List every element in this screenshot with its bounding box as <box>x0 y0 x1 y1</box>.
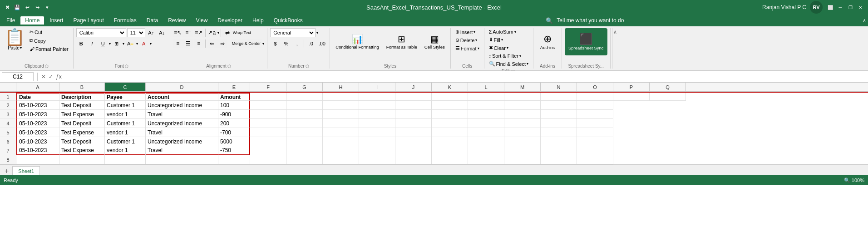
increase-font-btn[interactable]: A↑ <box>146 28 156 37</box>
menu-developer[interactable]: Developer <box>213 16 247 25</box>
cell-m3[interactable] <box>504 110 541 119</box>
cell-d5[interactable]: Travel <box>146 128 218 137</box>
cell-b2[interactable]: Test Deposit <box>59 101 105 110</box>
cell-c4[interactable]: Customer 1 <box>105 119 146 128</box>
cell-o5[interactable] <box>577 128 613 137</box>
cell-j7[interactable] <box>395 146 432 155</box>
orientation-dropdown[interactable]: ▾ <box>217 31 219 35</box>
row-num-5[interactable]: 5 <box>0 128 16 137</box>
col-header-e[interactable]: E <box>218 83 250 91</box>
border-btn[interactable]: ⊞ <box>112 39 122 48</box>
indent-decrease-btn[interactable]: ⇐ <box>207 39 217 48</box>
cell-g8[interactable] <box>286 155 323 164</box>
undo-icon[interactable]: ↩ <box>24 4 31 11</box>
cell-k2[interactable] <box>432 101 468 110</box>
cell-m7[interactable] <box>504 146 541 155</box>
cell-c6[interactable]: Customer 1 <box>105 137 146 146</box>
addins-btn[interactable]: ⊕ Add-ins <box>536 28 559 55</box>
menu-view[interactable]: View <box>192 16 212 25</box>
cancel-formula-icon[interactable]: ✕ <box>41 74 46 80</box>
cell-a3[interactable]: 05-10-2023 <box>16 110 59 119</box>
cell-m2[interactable] <box>504 101 541 110</box>
align-top-left-btn[interactable]: ≡↖ <box>173 28 183 37</box>
underline-dropdown[interactable]: ▾ <box>109 42 111 46</box>
decrease-font-btn[interactable]: A↓ <box>157 28 167 37</box>
align-top-right-btn[interactable]: ≡↗ <box>194 28 204 37</box>
menu-home[interactable]: Home <box>20 16 44 25</box>
col-header-i[interactable]: I <box>359 83 395 91</box>
row-num-4[interactable]: 4 <box>0 119 16 128</box>
conditional-formatting-btn[interactable]: 📊 Conditional Formatting <box>333 28 382 55</box>
col-header-k[interactable]: K <box>432 83 468 91</box>
cell-c3[interactable]: vendor 1 <box>105 110 146 119</box>
clipboard-label[interactable]: Clipboard ⬡ <box>3 64 70 69</box>
cell-i3[interactable] <box>359 110 395 119</box>
cell-f4[interactable] <box>250 119 286 128</box>
redo-icon[interactable]: ↪ <box>34 4 41 11</box>
delete-btn[interactable]: ⊖ Delete ▾ <box>454 36 481 44</box>
copy-button[interactable]: ⧉ Copy <box>28 37 70 44</box>
cell-f5[interactable] <box>250 128 286 137</box>
bold-btn[interactable]: B <box>76 39 86 48</box>
alignment-label[interactable]: Alignment ⬡ <box>173 64 265 69</box>
font-size-select[interactable]: 11 <box>127 28 145 37</box>
cell-e6[interactable]: 5000 <box>218 137 250 146</box>
cell-j4[interactable] <box>395 119 432 128</box>
row-num-2[interactable]: 2 <box>0 101 16 110</box>
cell-j5[interactable] <box>395 128 432 137</box>
cell-k1[interactable] <box>432 93 468 101</box>
merge-center-dropdown[interactable]: ▾ <box>262 42 264 46</box>
row-num-6[interactable]: 6 <box>0 137 16 146</box>
col-header-f[interactable]: F <box>250 83 286 91</box>
percent-btn[interactable]: $ <box>270 39 280 48</box>
cell-b1[interactable]: Description <box>59 93 105 101</box>
paste-button[interactable]: 📋 Paste ▾ <box>3 28 27 53</box>
cell-i7[interactable] <box>359 146 395 155</box>
cell-o6[interactable] <box>577 137 613 146</box>
cell-i1[interactable] <box>359 93 395 101</box>
number-label[interactable]: Number ⬡ <box>270 64 327 69</box>
cell-j6[interactable] <box>395 137 432 146</box>
cell-i2[interactable] <box>359 101 395 110</box>
cell-n4[interactable] <box>541 119 577 128</box>
cell-g6[interactable] <box>286 137 323 146</box>
insert-btn[interactable]: ⊕ Insert ▾ <box>454 28 481 36</box>
autosum-btn[interactable]: Σ AutoSum ▾ <box>487 28 530 35</box>
cell-e3[interactable]: -900 <box>218 110 250 119</box>
cell-a2[interactable]: 05-10-2023 <box>16 101 59 110</box>
cell-f8[interactable] <box>250 155 286 164</box>
ribbon-collapse-btn[interactable]: ⬜ <box>826 3 834 11</box>
cut-button[interactable]: ✂ Cut <box>28 28 70 36</box>
minimize-btn[interactable]: ─ <box>836 3 844 11</box>
cell-i5[interactable] <box>359 128 395 137</box>
insert-dropdown[interactable]: ▾ <box>473 30 475 34</box>
spreadsheet-sync-btn[interactable]: ⬛ Spreadsheet Sync <box>565 28 607 55</box>
quick-access-more[interactable]: ▾ <box>44 4 51 11</box>
col-header-o[interactable]: O <box>577 83 613 91</box>
cell-l5[interactable] <box>468 128 504 137</box>
row-num-7[interactable]: 7 <box>0 146 16 155</box>
col-header-d[interactable]: D <box>146 83 218 91</box>
align-left-btn[interactable]: ≡ <box>173 39 183 48</box>
cell-b3[interactable]: Test Expense <box>59 110 105 119</box>
cell-n2[interactable] <box>541 101 577 110</box>
format-painter-button[interactable]: 🖌 Format Painter <box>28 45 70 53</box>
cell-e7[interactable]: -750 <box>218 146 250 155</box>
ribbon-toggle[interactable]: ∧ <box>863 18 866 24</box>
col-header-n[interactable]: N <box>541 83 577 91</box>
cell-c2[interactable]: Customer 1 <box>105 101 146 110</box>
cell-k3[interactable] <box>432 110 468 119</box>
cell-q1[interactable] <box>650 93 686 101</box>
border-dropdown[interactable]: ▾ <box>123 42 124 46</box>
cell-d2[interactable]: Uncategorized Income <box>146 101 218 110</box>
cell-d7[interactable]: Travel <box>146 146 218 155</box>
cell-d1[interactable]: Account <box>146 93 218 101</box>
cell-n7[interactable] <box>541 146 577 155</box>
col-header-p[interactable]: P <box>613 83 650 91</box>
cell-k6[interactable] <box>432 137 468 146</box>
cell-d4[interactable]: Uncategorized Income <box>146 119 218 128</box>
decrease-decimal-btn[interactable]: .0 <box>306 39 316 48</box>
cell-l7[interactable] <box>468 146 504 155</box>
cell-j2[interactable] <box>395 101 432 110</box>
clear-btn[interactable]: ✖ Clear ▾ <box>487 44 530 52</box>
